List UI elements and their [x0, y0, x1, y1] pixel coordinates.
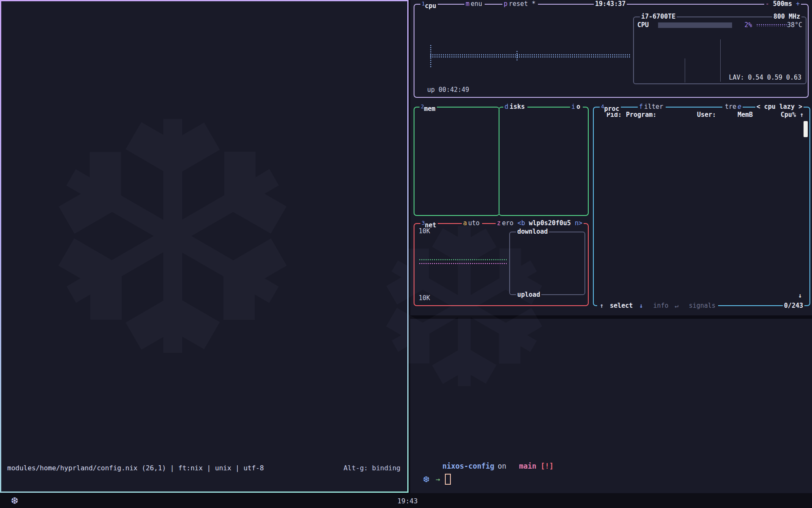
preset-button[interactable]: preset * [502, 0, 538, 8]
uptime-label: up 00:42:49 [427, 86, 469, 94]
btop-proc-panel: 4proc filter tree < cpu lazy > Pid: Prog… [593, 107, 810, 306]
net-interface: wlp0s20f0u5 [529, 219, 571, 227]
cpu-temp-graph [756, 24, 787, 27]
clock-module[interactable]: 19:43 [0, 497, 812, 505]
open-folder-icon [423, 463, 433, 470]
editor-pane[interactable]: modules/home/hyprland/config.nix (26,1) … [1, 1, 407, 491]
net-download-graph [419, 259, 507, 261]
proc-sort-selector[interactable]: < cpu lazy > [755, 103, 804, 110]
terminal-cursor [445, 474, 451, 485]
btop-clock: 19:43:37 [594, 0, 627, 8]
terminal-window[interactable]: nixos-config on main [!] ❆ → [410, 319, 812, 493]
cpu-usage-graph [430, 54, 630, 58]
cpu-model: i7-6700TE [640, 13, 677, 20]
btop-disks-panel: disks io [499, 107, 589, 216]
btop-mem-panel: 2mem [414, 107, 499, 216]
clock-time: 19:43 [397, 497, 417, 505]
cpu-total-pct: 2% [735, 21, 752, 29]
net-upload-graph [419, 262, 507, 265]
cpu-frequency: 800 MHz [772, 13, 801, 20]
cpu-total-temp: 38°C [787, 21, 802, 29]
cpu-total-row: CPU 2% 38°C [634, 20, 806, 30]
proc-select-button[interactable]: select [609, 302, 634, 309]
cpu-total-meter [658, 22, 732, 28]
cpu-core-box: i7-6700TE 800 MHz CPU 2% 38°C LAV: 0.54 … [633, 17, 807, 84]
shell-input-line[interactable]: ❆ → [423, 474, 451, 485]
mem-tab[interactable]: mem [424, 105, 436, 113]
net-iface-next-button[interactable]: n> [575, 219, 582, 227]
mem-panel-index: 2 [421, 103, 424, 110]
editor-window: modules/home/hyprland/config.nix (26,1) … [0, 0, 409, 493]
proc-info-button[interactable]: info [652, 302, 669, 309]
cpu-panel-index: 1 [422, 0, 425, 7]
net-stats-box: download upload [509, 232, 585, 295]
menu-button[interactable]: menu [464, 0, 485, 8]
net-scale-bottom: 10K [419, 294, 430, 302]
net-panel-index: 3 [422, 220, 425, 226]
git-dirty-status: [!] [540, 462, 554, 470]
proc-panel-index: 4 [601, 103, 604, 110]
statusline-keyhint: Alt-g: binding [343, 464, 401, 472]
net-zero-button[interactable]: zero [496, 219, 516, 227]
disks-tab[interactable]: disks [503, 103, 527, 110]
shell-prompt: nixos-config on main [!] [423, 462, 554, 470]
io-tab[interactable]: io [570, 103, 583, 110]
nix-snowflake-icon: ❆ [423, 475, 430, 484]
proc-filter-button[interactable]: filter [638, 103, 666, 110]
proc-scrollbar[interactable] [804, 121, 808, 137]
git-branch-icon [510, 463, 517, 470]
btop-net-panel: 3net auto zero <b wlp0s20f0u5 n> 10K 10K… [414, 223, 589, 306]
statusline-file-info: modules/home/hyprland/config.nix (26,1) … [7, 464, 264, 472]
interval-minus-button[interactable]: - [765, 0, 769, 8]
download-label: download [516, 228, 549, 235]
load-average: LAV: 0.54 0.59 0.63 [729, 74, 801, 81]
btop-window: 1cpu menu preset * 19:43:37 - 500ms + up… [410, 0, 812, 315]
waybar: ❆ 19:43 [0, 494, 812, 508]
core-grid-divider [685, 58, 685, 83]
git-branch-name: main [519, 462, 536, 470]
cpu-tab[interactable]: cpu [425, 2, 436, 10]
proc-tab[interactable]: proc [604, 105, 620, 113]
net-auto-button[interactable]: auto [462, 219, 482, 227]
prompt-arrow-icon: → [436, 475, 440, 483]
net-scale-top: 10K [419, 227, 430, 235]
update-interval: 500ms [773, 0, 792, 8]
proc-count: 0/243 [783, 302, 804, 309]
editor-statusline: modules/home/hyprland/config.nix (26,1) … [7, 464, 401, 472]
core-column-divider [720, 39, 721, 82]
upload-label: upload [516, 291, 541, 298]
proc-tree-button[interactable]: tree [722, 103, 743, 110]
proc-scroll-down-arrow: ↓ [798, 292, 802, 299]
btop-cpu-panel: 1cpu menu preset * 19:43:37 - 500ms + up… [414, 4, 809, 98]
net-iface-prev-button[interactable]: <b [517, 219, 525, 227]
proc-signals-button[interactable]: signals [688, 302, 717, 309]
interval-plus-button[interactable]: + [796, 0, 800, 8]
prompt-directory: nixos-config [442, 462, 494, 470]
